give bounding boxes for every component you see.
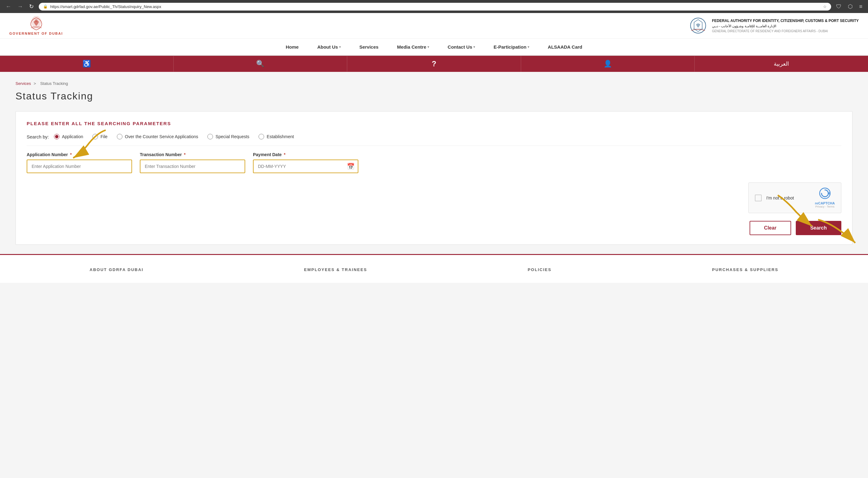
radio-otc-label: Over the Counter Service Applications <box>125 134 198 139</box>
forward-button[interactable]: → <box>16 3 25 10</box>
help-icon: ? <box>432 60 436 68</box>
footer-policies-title: POLICIES <box>528 267 552 272</box>
search-by-row: Search by: Application File Over the Cou… <box>27 134 841 139</box>
contact-us-dropdown-icon: ▾ <box>473 45 475 48</box>
transaction-number-label: Transaction Number * <box>140 152 245 157</box>
footer-about-title: ABOUT GDRFA DUBAI <box>90 267 144 272</box>
radio-application[interactable] <box>54 134 60 139</box>
nav-home[interactable]: Home <box>277 39 308 55</box>
address-bar[interactable]: 🔒 https://smart.gdrfad.gov.ae/Public_Th/… <box>39 3 831 10</box>
application-number-label: Application Number * <box>27 152 132 157</box>
accessibility-icon: ♿ <box>83 60 91 68</box>
footer-col-policies: POLICIES <box>528 267 552 277</box>
radio-special-label: Special Requests <box>215 134 249 139</box>
search-by-label: Search by: <box>27 134 49 139</box>
recaptcha-logo: reCAPTCHA Privacy - Terms <box>815 187 835 208</box>
footer-col-employees: EMPLOYEES & TRAINEES <box>304 267 367 277</box>
form-fields-row: Application Number * Transaction Number … <box>27 152 841 173</box>
page-title: Status Tracking <box>16 91 852 102</box>
gdrfa-emblem <box>687 16 709 35</box>
captcha-area: I'm not a robot reCAP <box>27 182 841 213</box>
radio-option-establishment[interactable]: Establishment <box>258 134 294 139</box>
recaptcha-icon <box>815 187 835 201</box>
gdrfa-text-block: FEDERAL AUTHORITY FOR IDENTITY, CITIZENS… <box>712 18 859 33</box>
user-icon-btn[interactable]: 👤 <box>521 56 695 72</box>
header-top: GOVERNMENT OF DUBAI FEDERAL AUTHORITY FO… <box>0 13 868 39</box>
nav-e-participation[interactable]: E-Participation ▾ <box>484 39 538 55</box>
captcha-checkbox[interactable] <box>755 195 762 201</box>
nav-alsaada-card[interactable]: ALSAADA Card <box>538 39 591 55</box>
bookmark-icon: ☆ <box>823 4 827 9</box>
breadcrumb-separator: > <box>33 81 36 86</box>
radio-establishment[interactable] <box>258 134 264 139</box>
help-icon-btn[interactable]: ? <box>347 56 521 72</box>
payment-date-field-group: Payment Date * 📅 <box>253 152 359 173</box>
refresh-button[interactable]: ↻ <box>27 2 36 10</box>
application-number-field-group: Application Number * <box>27 152 132 173</box>
arabic-language-btn[interactable]: العربية <box>695 57 868 71</box>
back-button[interactable]: ← <box>4 3 13 10</box>
nav-contact-us[interactable]: Contact Us ▾ <box>438 39 484 55</box>
radio-option-otc[interactable]: Over the Counter Service Applications <box>117 134 198 139</box>
nav-media-centre[interactable]: Media Centre ▾ <box>388 39 438 55</box>
radio-application-label: Application <box>62 134 83 139</box>
menu-icon[interactable]: ≡ <box>857 2 864 10</box>
radio-option-special[interactable]: Special Requests <box>207 134 249 139</box>
about-us-dropdown-icon: ▾ <box>339 45 341 48</box>
trans-number-required: * <box>184 152 185 157</box>
radio-group: Application File Over the Counter Servic… <box>54 134 294 139</box>
clear-button[interactable]: Clear <box>750 221 791 235</box>
nav-about-us[interactable]: About Us ▾ <box>308 39 350 55</box>
footer-employees-title: EMPLOYEES & TRAINEES <box>304 267 367 272</box>
payment-date-input[interactable] <box>253 160 359 173</box>
svg-point-1 <box>35 19 37 22</box>
radio-special[interactable] <box>207 134 213 139</box>
search-params-title: PLEASE ENTER ALL THE SEARCHING PARAMETER… <box>27 121 841 126</box>
radio-establishment-label: Establishment <box>267 134 294 139</box>
search-icon: 🔍 <box>256 60 265 68</box>
calendar-icon[interactable]: 📅 <box>347 163 354 170</box>
payment-date-required: * <box>284 152 285 157</box>
browser-chrome: ← → ↻ 🔒 https://smart.gdrfad.gov.ae/Publ… <box>0 0 868 13</box>
arabic-text: العربية <box>774 60 789 67</box>
footer: ABOUT GDRFA DUBAI EMPLOYEES & TRAINEES P… <box>0 254 868 283</box>
radio-file[interactable] <box>92 134 98 139</box>
icon-nav-bar: ♿ 🔍 ? 👤 العربية <box>0 56 868 72</box>
lock-icon: 🔒 <box>43 4 48 9</box>
url-text: https://smart.gdrfad.gov.ae/Public_Th/St… <box>50 4 820 9</box>
date-input-wrapper: 📅 <box>253 160 359 173</box>
search-button[interactable]: Search <box>796 221 841 235</box>
extensions-icon[interactable]: ⬡ <box>846 2 855 10</box>
captcha-label: I'm not a robot <box>766 196 794 200</box>
nav-services[interactable]: Services <box>350 39 388 55</box>
gov-dubai-logo: GOVERNMENT OF DUBAI <box>9 16 63 35</box>
radio-file-label: File <box>100 134 107 139</box>
gdrfa-line3: GENERAL DIRECTORATE OF RESIDENCY AND FOR… <box>712 29 859 33</box>
radio-option-file[interactable]: File <box>92 134 107 139</box>
captcha-box: I'm not a robot reCAP <box>748 182 841 213</box>
transaction-number-field-group: Transaction Number * <box>140 152 245 173</box>
footer-col-purchases: PURCHASES & SUPPLIERS <box>712 267 778 277</box>
footer-purchases-title: PURCHASES & SUPPLIERS <box>712 267 778 272</box>
browser-nav-buttons: ← → ↻ <box>4 2 36 10</box>
search-form-container: PLEASE ENTER ALL THE SEARCHING PARAMETER… <box>16 111 852 245</box>
shield-icon[interactable]: 🛡 <box>834 2 843 10</box>
transaction-number-input[interactable] <box>140 160 245 173</box>
e-participation-dropdown-icon: ▾ <box>528 45 529 48</box>
gdrfa-line1: FEDERAL AUTHORITY FOR IDENTITY, CITIZENS… <box>712 18 859 24</box>
user-icon: 👤 <box>603 60 612 68</box>
media-centre-dropdown-icon: ▾ <box>428 45 429 48</box>
dubai-falcon-emblem <box>25 16 47 32</box>
radio-otc[interactable] <box>117 134 122 139</box>
application-number-input[interactable] <box>27 160 132 173</box>
captcha-links: Privacy - Terms <box>815 205 835 208</box>
content-area: Services > Status Tracking Status Tracki… <box>0 72 868 254</box>
action-buttons: Clear Search <box>27 221 841 235</box>
footer-col-about: ABOUT GDRFA DUBAI <box>90 267 144 277</box>
gdrfa-line2: الإدارة العامـــة للإقامـة وشـؤون الأجان… <box>712 24 859 29</box>
radio-option-application[interactable]: Application <box>54 134 83 139</box>
accessibility-icon-btn[interactable]: ♿ <box>0 56 174 72</box>
breadcrumb-services-link[interactable]: Services <box>16 81 31 86</box>
site-wrapper: GOVERNMENT OF DUBAI FEDERAL AUTHORITY FO… <box>0 13 868 283</box>
search-icon-btn[interactable]: 🔍 <box>174 56 347 72</box>
